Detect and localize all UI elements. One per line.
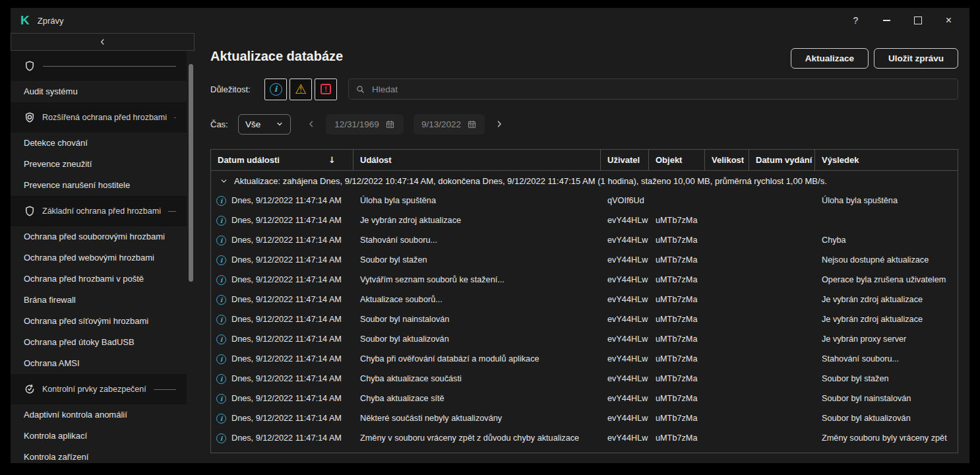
group-row[interactable]: Aktualizace: zahájena Dnes, 9/12/2022 10… [211,171,958,191]
cell-event-date: iDnes, 9/12/2022 11:47:14 AM [211,369,353,389]
close-button[interactable]: × [933,8,964,33]
sidebar-item[interactable]: Ochrana před souborovými hrozbami [11,226,187,247]
column-header-date[interactable]: Datum události ↓ [211,150,353,170]
section-divider [43,66,176,67]
table-row[interactable]: iDnes, 9/12/2022 11:47:14 AMSoubor byl n… [211,309,958,329]
column-header-user[interactable]: Uživatel [601,150,649,170]
table-row[interactable]: iDnes, 9/12/2022 11:47:14 AMChyba při ov… [211,349,958,369]
search-input[interactable] [371,84,951,95]
event-date-text: Dnes, 9/12/2022 11:47:14 AM [231,275,342,284]
cell-release-date [749,389,815,408]
cell-event: Soubor byl stažen [353,250,601,270]
date-from-field[interactable]: 12/31/1969 [326,114,404,135]
sidebar-item[interactable]: Ochrana před webovými hrozbami [11,247,187,269]
info-icon: i [216,315,226,325]
table-row[interactable]: iDnes, 9/12/2022 11:47:14 AMChyba aktual… [211,389,958,408]
minimize-button[interactable] [871,8,902,33]
cell-object: uMTb7zMa [649,329,705,349]
sidebar-item[interactable]: Prevence zneužití [11,154,187,175]
sidebar-item[interactable]: Kontrola aplikací [11,426,187,447]
info-icon: i [216,196,226,206]
sidebar-item[interactable]: Ochrana před síťovými hrozbami [11,311,187,332]
cell-object: uMTb7zMa [649,250,705,270]
cell-size [705,191,749,210]
table-row[interactable]: iDnes, 9/12/2022 11:47:14 AMSoubor byl a… [211,329,958,349]
column-header-size[interactable]: Velikost [705,150,749,170]
cell-result: Nejsou dostupné aktualizace [815,250,958,270]
cell-result: Je vybrán zdroj aktualizace [815,290,958,309]
column-header-result[interactable]: Výsledek [815,150,958,170]
save-report-button[interactable]: Uložit zprávu [874,48,958,69]
cell-object: uMTb7zMa [649,230,705,250]
sidebar-item[interactable]: Kontrola zařízení [11,447,187,463]
column-header-object[interactable]: Objekt [649,150,705,170]
cell-event-date: iDnes, 9/12/2022 11:47:14 AM [211,191,353,210]
table-row[interactable]: iDnes, 9/12/2022 11:47:14 AMAktualizace … [211,290,958,309]
security-controls-icon [24,383,36,395]
table-row[interactable]: iDnes, 9/12/2022 11:47:14 AMNěkteré souč… [211,408,958,428]
sidebar-item[interactable]: Ochrana před útoky BadUSB [11,332,187,353]
cell-object: uMTb7zMa [649,210,705,230]
severity-critical-button[interactable]: ! [315,79,337,100]
info-icon: i [216,275,226,285]
table-row[interactable]: iDnes, 9/12/2022 11:47:14 AMChyba aktual… [211,369,958,389]
cell-event-date: iDnes, 9/12/2022 11:47:14 AM [211,428,353,448]
cell-event-date: iDnes, 9/12/2022 11:47:14 AM [211,408,353,428]
help-button[interactable]: ? [840,8,871,33]
sidebar-item[interactable]: Ochrana AMSI [11,353,187,374]
cell-user: evY44HLw [601,389,649,408]
severity-filter-row: Důležitost: i ⚠ ! [210,78,958,100]
cell-object: uMTb7zMa [649,270,705,290]
cell-event: Chyba při ověřování databází a modulů ap… [353,349,601,369]
sidebar-item[interactable]: Audit systému [11,81,187,102]
sidebar-collapse-button[interactable] [11,33,195,51]
column-header-release-date[interactable]: Datum vydání [749,150,815,170]
cell-event-date: iDnes, 9/12/2022 11:47:14 AM [211,389,353,408]
table-row[interactable]: iDnes, 9/12/2022 11:47:14 AMSoubor byl s… [211,250,958,270]
date-from-value: 12/31/1969 [334,119,379,129]
sidebar-section: Kontrolní prvky zabezpečení [11,374,187,404]
sidebar-item[interactable]: Prevence narušení hostitele [11,175,187,196]
next-period-button[interactable] [495,119,504,129]
date-to-value: 9/13/2022 [421,119,461,129]
maximize-button[interactable] [902,8,933,33]
sidebar-section-label: Kontrolní prvky zabezpečení [42,385,146,394]
table-row[interactable]: iDnes, 9/12/2022 11:47:14 AMJe vybrán zd… [211,210,958,230]
table-row[interactable]: iDnes, 9/12/2022 11:47:14 AMStahování so… [211,230,958,250]
cell-release-date [749,250,815,270]
table-row[interactable]: iDnes, 9/12/2022 11:47:14 AMZměny v soub… [211,428,958,448]
sidebar-item[interactable]: Detekce chování [11,133,187,154]
table-row[interactable]: iDnes, 9/12/2022 11:47:14 AMVytvářím sez… [211,270,958,290]
time-range-select[interactable]: Vše [238,114,291,135]
sidebar-scrollbar[interactable] [189,64,193,282]
sidebar-section-label: Rozšířená ochrana před hrozbami [42,113,167,122]
table-row[interactable]: iDnes, 9/12/2022 11:47:14 AMÚloha byla s… [211,191,958,210]
cell-result: Je vybrán zdroj aktualizace [815,309,958,329]
sidebar-item[interactable]: Ochrana před hrozbami v poště [11,269,187,290]
cell-size [705,428,749,448]
date-to-field[interactable]: 9/13/2022 [413,114,485,135]
event-date-text: Dnes, 9/12/2022 11:47:14 AM [231,255,342,265]
cell-release-date [749,230,815,250]
severity-info-button[interactable]: i [264,79,287,100]
prev-period-button[interactable] [307,119,316,129]
severity-warning-button[interactable]: ⚠ [290,79,312,100]
window-controls: ? × [840,8,969,33]
cell-release-date [749,290,815,309]
cell-user: evY44HLw [601,290,649,309]
event-date-text: Dnes, 9/12/2022 11:47:14 AM [231,334,342,344]
sidebar-item[interactable]: Adaptivní kontrola anomálií [11,404,187,426]
sidebar-item[interactable]: Brána firewall [11,290,187,311]
collapse-group-icon [220,177,228,185]
event-date-text: Dnes, 9/12/2022 11:47:14 AM [231,414,342,423]
event-date-text: Dnes, 9/12/2022 11:47:14 AM [231,236,342,245]
cell-object: uMTb7zMa [649,369,705,389]
cell-event: Stahování souboru... [353,230,601,250]
main-panel: Aktualizace databáze Aktualizace Uložit … [200,33,958,453]
sidebar-section [11,51,187,81]
cell-release-date [749,210,815,230]
column-header-event[interactable]: Událost [353,150,601,170]
cell-object: uMTb7zMa [649,389,705,408]
update-button[interactable]: Aktualizace [791,48,869,69]
cell-release-date [749,349,815,369]
